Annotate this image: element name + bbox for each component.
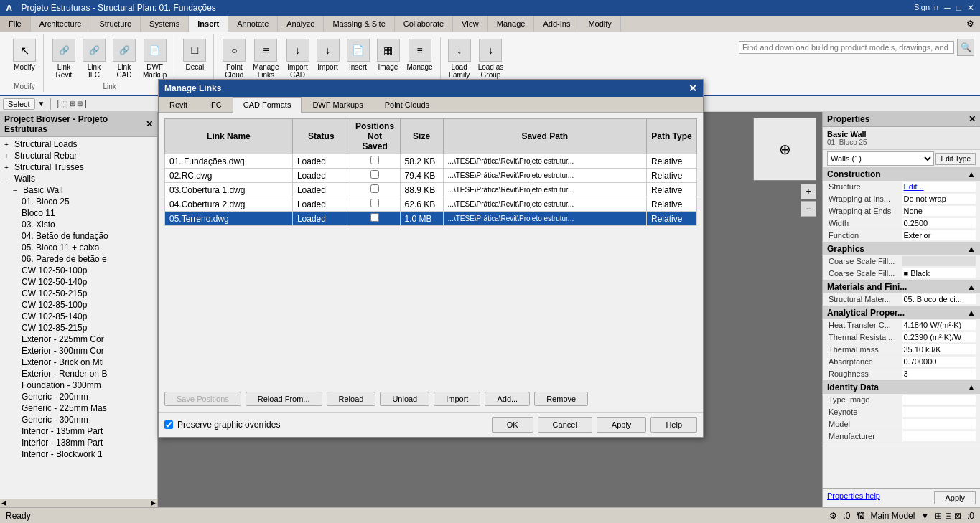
browser-scrollbar[interactable]: ◀ ▶ [0, 499, 157, 507]
link-cad-btn[interactable]: 🔗 LinkCAD [110, 37, 139, 80]
props-apply-btn[interactable]: Apply [934, 491, 976, 504]
tree-item-cw102-50-140p[interactable]: CW 102-50-140p [19, 276, 156, 288]
tab-modify[interactable]: Modify [579, 16, 620, 32]
table-row[interactable]: 04.Cobertura 2.dwg Loaded 62.6 KB ...\TE… [165, 197, 697, 212]
sign-in-label[interactable]: Sign In [914, 3, 938, 13]
zoom-in-btn[interactable]: + [801, 184, 816, 199]
close-btn[interactable]: ✕ [967, 3, 974, 13]
select-btn[interactable]: Select [3, 98, 35, 110]
tree-item-cw102-85-215p[interactable]: CW 102-85-215p [19, 322, 156, 334]
insert-views-btn[interactable]: 📄 Insert [344, 37, 373, 72]
tree-item-generic-300[interactable]: Generic - 300mm [19, 414, 156, 425]
tab-annotate[interactable]: Annotate [228, 16, 278, 32]
modal-tab-point-clouds[interactable]: Point Clouds [374, 97, 440, 112]
tree-item-01-bloco25[interactable]: 01. Bloco 25 [19, 196, 156, 207]
tab-view[interactable]: View [453, 16, 488, 32]
project-browser-close[interactable]: ✕ [146, 119, 153, 129]
save-positions-btn[interactable]: Save Positions [164, 392, 241, 406]
identity-section-header[interactable]: Identity Data ▲ [823, 381, 980, 394]
modal-tab-ifc[interactable]: IFC [198, 97, 233, 112]
tree-item-bloco11[interactable]: Bloco 11 [19, 207, 156, 219]
tree-item-xisto[interactable]: 03. Xisto [19, 219, 156, 230]
construction-section-header[interactable]: Construction ▲ [823, 168, 980, 181]
restore-btn[interactable]: □ [956, 3, 961, 13]
import-btn[interactable]: Import [434, 392, 480, 406]
tree-item-int-138[interactable]: Interior - 138mm Part [19, 437, 156, 448]
tab-architecture[interactable]: Architecture [31, 16, 91, 32]
tab-analyze[interactable]: Analyze [278, 16, 324, 32]
cell-positions[interactable] [350, 183, 400, 197]
reload-btn[interactable]: Reload [327, 392, 376, 406]
tree-item-ext-225mm[interactable]: Exterior - 225mm Cor [19, 334, 156, 345]
tree-item-structural-rebar[interactable]: + Structural Rebar [1, 150, 156, 161]
tab-massing[interactable]: Massing & Site [324, 16, 394, 32]
edit-type-btn[interactable]: Edit Type [935, 153, 976, 165]
tab-manage[interactable]: Manage [488, 16, 535, 32]
tab-addins[interactable]: Add-Ins [534, 16, 579, 32]
modal-close-btn[interactable]: ✕ [689, 83, 697, 94]
table-row-selected[interactable]: 05.Terreno.dwg Loaded 1.0 MB ...\TESE\Pr… [165, 212, 697, 226]
tree-item-cw102-50-215p[interactable]: CW 102-50-215p [19, 288, 156, 299]
tab-insert[interactable]: Insert [189, 16, 228, 32]
status-dropdown[interactable]: ▼ [920, 511, 929, 521]
cell-positions[interactable] [350, 212, 400, 226]
tab-structure[interactable]: Structure [90, 16, 141, 32]
props-type-selector[interactable]: Walls (1) [827, 151, 934, 166]
tab-collaborate[interactable]: Collaborate [395, 16, 453, 32]
image-btn[interactable]: ▦ Image [374, 37, 403, 72]
ok-btn[interactable]: OK [492, 417, 533, 433]
graphics-section-header[interactable]: Graphics ▲ [823, 242, 980, 255]
zoom-out-btn[interactable]: − [801, 201, 816, 217]
decal-btn[interactable]: □ Decal [180, 37, 209, 72]
search-icon[interactable]: 🔍 [957, 39, 974, 56]
positions-checkbox[interactable] [370, 199, 379, 207]
tree-item-ext-brick[interactable]: Exterior - Brick on Mtl [19, 357, 156, 368]
tree-item-cw102-85-140p[interactable]: CW 102-85-140p [19, 311, 156, 322]
manage-images-btn[interactable]: ≡ Manage [404, 37, 436, 72]
load-as-group-btn[interactable]: ↓ Load asGroup [475, 37, 507, 80]
add-btn[interactable]: Add... [485, 392, 530, 406]
positions-checkbox[interactable] [370, 156, 379, 164]
positions-checkbox[interactable] [370, 213, 379, 222]
tab-options[interactable]: ⚙ [961, 16, 980, 32]
tree-item-int-blockwork[interactable]: Interior - Blockwork 1 [19, 448, 156, 460]
dwf-markup-btn[interactable]: 📄 DWFMarkup [140, 37, 169, 80]
properties-close[interactable]: ✕ [969, 114, 976, 124]
analytical-section-header[interactable]: Analytical Proper... ▲ [823, 306, 980, 319]
load-family-btn[interactable]: ↓ LoadFamily [445, 37, 474, 80]
point-cloud-btn[interactable]: ○ PointCloud [220, 37, 248, 80]
positions-checkbox[interactable] [370, 184, 379, 193]
apply-btn[interactable]: Apply [597, 417, 647, 433]
import-gbxml-btn[interactable]: ↓ Import [314, 37, 342, 72]
tree-item-generic-200[interactable]: Generic - 200mm [19, 391, 156, 402]
tab-systems[interactable]: Systems [141, 16, 189, 32]
tree-item-generic-225[interactable]: Generic - 225mm Mas [19, 402, 156, 414]
reload-from-btn[interactable]: Reload From... [246, 392, 322, 406]
materials-section-header[interactable]: Materials and Fini... ▲ [823, 281, 980, 293]
help-btn[interactable]: Help [650, 417, 697, 433]
content-search-input[interactable] [739, 41, 954, 54]
tree-item-basic-wall[interactable]: − Basic Wall [10, 184, 156, 196]
tree-item-foundation-300[interactable]: Foundation - 300mm [19, 380, 156, 391]
unload-btn[interactable]: Unload [380, 392, 429, 406]
tree-item-cw102-85-100p[interactable]: CW 102-85-100p [19, 299, 156, 311]
link-ifc-btn[interactable]: 🔗 LinkIFC [80, 37, 108, 80]
modify-btn[interactable]: ↖ Modify [10, 37, 39, 72]
minimize-btn[interactable]: ─ [944, 3, 951, 13]
remove-btn[interactable]: Remove [534, 392, 588, 406]
modal-tab-revit[interactable]: Revit [159, 97, 198, 112]
cell-positions[interactable] [350, 169, 400, 183]
tab-file[interactable]: File [0, 16, 31, 32]
structure-value[interactable]: Edit... [902, 182, 976, 192]
table-row[interactable]: 02.RC.dwg Loaded 79.4 KB ...\TESE\Prátic… [165, 169, 697, 183]
modal-tab-cad[interactable]: CAD Formats [233, 97, 302, 113]
tree-item-ext-300mm[interactable]: Exterior - 300mm Cor [19, 345, 156, 357]
tree-item-betao[interactable]: 04. Betão de fundação [19, 230, 156, 242]
import-cad-btn[interactable]: ↓ ImportCAD [284, 37, 312, 80]
cancel-btn[interactable]: Cancel [538, 417, 592, 433]
select-dropdown-icon[interactable]: ▼ [38, 100, 45, 108]
tree-item-structural-trusses[interactable]: + Structural Trusses [1, 161, 156, 173]
tree-item-ext-render[interactable]: Exterior - Render on B [19, 368, 156, 380]
preserve-overrides-checkbox[interactable] [164, 420, 173, 429]
positions-checkbox[interactable] [370, 170, 379, 179]
